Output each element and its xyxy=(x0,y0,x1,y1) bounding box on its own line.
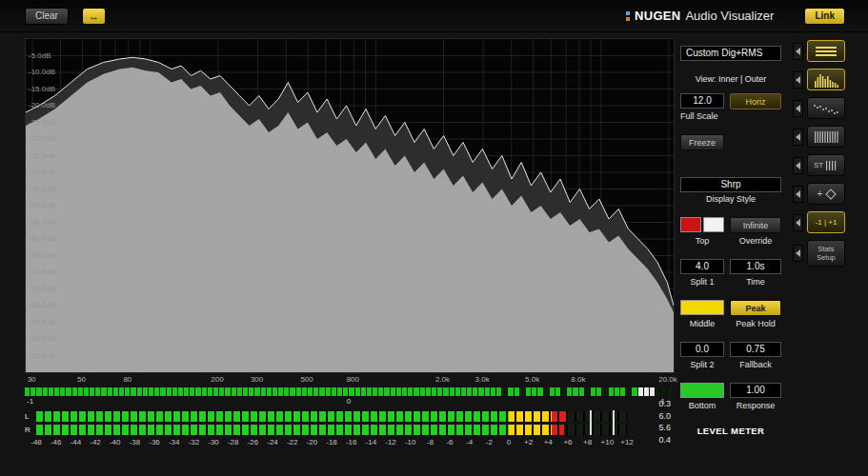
full-scale-value[interactable]: 12.0 xyxy=(680,93,724,109)
corr-segment xyxy=(420,387,425,396)
top-color-swatch-red[interactable] xyxy=(680,217,701,232)
top-color-swatch-white[interactable] xyxy=(703,217,724,232)
corr-segment xyxy=(455,387,460,396)
corr-segment xyxy=(273,387,277,396)
meter-scale-label: -30 xyxy=(208,438,219,446)
corr-segment xyxy=(208,387,212,396)
corr-segment xyxy=(278,387,283,396)
split2-fallback-row: 0.0 0.75 xyxy=(680,342,781,357)
response-value[interactable]: 1.00 xyxy=(730,383,781,398)
corr-segment xyxy=(467,387,472,396)
fallback-value[interactable]: 0.75 xyxy=(730,342,781,357)
level-meters: L R -48-46-44-42-40-38-36-34-32-30-28-26… xyxy=(25,410,675,448)
freq-tick-label: 300 xyxy=(251,375,263,384)
middle-peak-row: Peak xyxy=(680,300,781,316)
corr-segment xyxy=(373,387,377,396)
split2-fallback-labels: Split 2 Fallback xyxy=(680,360,781,369)
product-name: Audio Visualizer xyxy=(685,9,774,23)
preset-selector[interactable]: Custom Dig+RMS xyxy=(680,46,781,61)
left-triangle-icon xyxy=(796,190,800,198)
corr-segment xyxy=(591,387,595,396)
collapse-arrow-button[interactable] xyxy=(793,71,803,89)
split1-label: Split 1 xyxy=(680,277,724,287)
horiz-button[interactable]: Horiz xyxy=(730,93,781,109)
display-style-selector[interactable]: Shrp xyxy=(680,177,781,192)
bottom-color-swatch[interactable] xyxy=(680,383,724,398)
app-title: NUGEN Audio Visualizer xyxy=(626,9,774,23)
meter-scale-label: -4 xyxy=(466,438,473,446)
collapse-arrow-button[interactable] xyxy=(793,245,803,262)
collapse-arrow-button[interactable] xyxy=(793,129,803,146)
view-peaks-dots-button[interactable] xyxy=(807,97,845,119)
stats-label-line2: Setup xyxy=(817,253,836,262)
collapse-arrow-button[interactable] xyxy=(793,214,803,231)
db-axis-label: -75.0dB xyxy=(29,286,55,293)
corr-segment xyxy=(137,387,142,396)
meter-scale-label: -16 xyxy=(346,438,357,446)
corr-segment xyxy=(485,387,490,396)
time-value[interactable]: 1.0s xyxy=(730,259,781,274)
split2-value[interactable]: 0.0 xyxy=(680,342,724,357)
corr-segment xyxy=(408,387,413,396)
sidebar-row-lines xyxy=(793,40,848,62)
corr-segment xyxy=(332,387,336,396)
freq-tick-label: 800 xyxy=(347,375,359,384)
corr-segment xyxy=(108,387,112,396)
corr-segment xyxy=(84,387,89,396)
corr-segment xyxy=(632,387,636,396)
freq-tick-label: 50 xyxy=(77,375,86,384)
corr-segment xyxy=(184,387,189,396)
split1-value[interactable]: 4.0 xyxy=(680,259,724,274)
link-button[interactable]: Link xyxy=(804,8,845,25)
corr-segment xyxy=(66,387,71,396)
corr-segment xyxy=(473,387,477,396)
left-triangle-icon xyxy=(796,162,800,169)
split1-time-row: 4.0 1.0s xyxy=(680,259,781,274)
meter-scale-label: -22 xyxy=(287,438,298,446)
db-axis-label: -10.0dB xyxy=(29,69,55,76)
corr-segment xyxy=(160,387,165,396)
clear-button[interactable]: Clear xyxy=(25,8,69,25)
corr-segment xyxy=(550,387,555,396)
brand-dot-top xyxy=(626,11,630,15)
view-correlation-button[interactable]: -1 | +1 xyxy=(807,211,845,233)
override-infinite-button[interactable]: Infinite xyxy=(730,217,781,233)
peak-hold-button[interactable]: Peak xyxy=(730,300,781,316)
corr-segment xyxy=(426,387,431,396)
sidebar-row-vectorscope: + xyxy=(793,183,848,205)
corr-segment xyxy=(167,387,172,396)
db-axis-label: -45.0dB xyxy=(29,186,55,193)
sidebar-row-fft xyxy=(793,69,848,90)
corr-segment xyxy=(25,387,30,396)
meter-scale-label: -24 xyxy=(267,438,278,446)
control-panel: Custom Dig+RMS View: Inner | Outer 12.0 … xyxy=(680,38,781,448)
collapse-arrow-button[interactable] xyxy=(793,43,803,60)
collapse-arrow-button[interactable] xyxy=(793,186,803,203)
corr-segment xyxy=(384,387,389,396)
view-spectrogram-button[interactable] xyxy=(807,126,845,148)
resize-arrows-button[interactable]: ↔ xyxy=(82,8,106,25)
comb-lines-icon xyxy=(813,130,839,144)
bottom-response-row: 1.00 xyxy=(680,383,781,398)
corr-segment xyxy=(502,387,507,396)
spectrum-analyzer-display[interactable]: -5.0dB-10.0dB-15.0dB-20.0dB-25.0dB-30.0d… xyxy=(25,38,675,373)
main-area: -5.0dB-10.0dB-15.0dB-20.0dB-25.0dB-30.0d… xyxy=(0,32,868,448)
db-axis-label: -35.0dB xyxy=(29,152,55,160)
collapse-arrow-button[interactable] xyxy=(793,100,803,117)
corr-segment xyxy=(367,387,372,396)
stats-setup-button[interactable]: Stats Setup xyxy=(807,240,845,267)
view-mode-toggle[interactable]: View: Inner | Outer xyxy=(680,74,781,84)
bottom-response-labels: Bottom Response xyxy=(680,401,781,410)
meter-scale-label: 0 xyxy=(507,438,511,446)
meter-row-right: R xyxy=(25,424,675,435)
freeze-button[interactable]: Freeze xyxy=(680,134,724,150)
middle-color-swatch[interactable] xyxy=(680,300,724,315)
brand-dot-bottom xyxy=(626,17,630,21)
view-stereo-button[interactable]: ST xyxy=(807,154,845,176)
view-vectorscope-button[interactable]: + xyxy=(807,183,845,205)
corr-segment xyxy=(585,387,590,396)
collapse-arrow-button[interactable] xyxy=(793,157,803,174)
view-fft-bars-button[interactable] xyxy=(807,69,845,90)
view-level-lines-button[interactable] xyxy=(807,40,845,62)
diamond-icon xyxy=(826,188,837,199)
